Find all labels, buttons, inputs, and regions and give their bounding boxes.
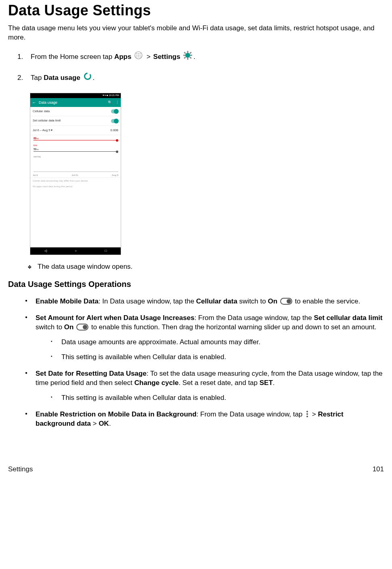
- svg-point-4: [136, 55, 137, 56]
- operation-set-alert: Set Amount for Alert when Data Usage Inc…: [25, 314, 384, 362]
- separator: >: [93, 420, 97, 427]
- note-text: No apps used data during this period.: [30, 184, 121, 189]
- body-text: to enable the service.: [293, 297, 360, 305]
- body-text: switch to: [36, 323, 64, 331]
- overflow-icon: ⋮: [115, 100, 119, 105]
- svg-rect-12: [187, 58, 189, 60]
- nav-home-icon: ○: [75, 249, 77, 253]
- svg-point-6: [140, 55, 140, 56]
- data-usage-icon: [84, 72, 92, 83]
- ui-label: SET: [260, 379, 273, 387]
- operation-title: Enable Mobile Data: [36, 297, 99, 305]
- nav-back-icon: ◁: [44, 249, 47, 253]
- body-text: to enable this function. Then drag the h…: [89, 323, 376, 331]
- cellular-data-row: Cellular data: [30, 107, 121, 116]
- status-bar: ♥ ▾ ■ 10:21 PM: [30, 93, 121, 98]
- svg-rect-13: [183, 55, 185, 56]
- axis-label: Jul 21: [71, 174, 78, 177]
- period: .: [109, 420, 111, 427]
- sub-list: Data usage amounts are approximate. Actu…: [51, 338, 384, 362]
- ui-label: On: [268, 297, 277, 305]
- section-heading: Data Usage Settings Operations: [8, 279, 384, 290]
- footer-page-number: 101: [373, 465, 384, 474]
- svg-rect-17: [184, 57, 187, 59]
- range-value: 0.00B: [110, 128, 118, 132]
- nav-bar: ◁ ○ □: [30, 247, 121, 255]
- note-text: Carrier data accounting may differ from …: [30, 178, 121, 184]
- separator: >: [312, 410, 316, 418]
- operations-list: Enable Mobile Data: In Data usage window…: [25, 297, 384, 428]
- slider-handle: [116, 139, 118, 142]
- svg-point-10: [185, 53, 190, 58]
- svg-rect-11: [187, 51, 189, 53]
- operation-reset-date: Set Date for Resetting Data Usage: To se…: [25, 369, 384, 403]
- operation-title: Set Date for Resetting Data Usage: [36, 370, 147, 377]
- screenshot-title: Data usage: [39, 100, 57, 105]
- slider-label: warning: [34, 155, 118, 158]
- apps-icon: [134, 51, 143, 62]
- step-text: Tap: [31, 74, 44, 82]
- slider-label: limit: [34, 144, 118, 147]
- period: .: [273, 379, 275, 387]
- back-icon: ←: [32, 100, 36, 106]
- axis-label: Aug 5: [112, 174, 118, 177]
- slider-area: 60GB limit 50GB warning: [30, 135, 121, 173]
- svg-point-7: [136, 56, 137, 57]
- ui-label: On: [64, 323, 74, 331]
- period: .: [193, 53, 195, 61]
- slider-unit: GB: [36, 149, 39, 151]
- period: .: [93, 74, 95, 82]
- svg-rect-15: [184, 52, 187, 54]
- nav-recent-icon: □: [105, 249, 107, 253]
- ui-label: OK: [99, 420, 109, 427]
- range-label: Jul 6 – Aug 5: [33, 128, 50, 132]
- row-label: Set cellular data limit: [33, 119, 61, 123]
- step-1: From the Home screen tap Apps > Settings…: [25, 51, 384, 63]
- result-item: The data usage window opens.: [37, 262, 384, 272]
- phone-screenshot: ♥ ▾ ■ 10:21 PM ← Data usage 🔍 ⋮ Cellular…: [30, 93, 121, 255]
- overflow-menu-icon: [305, 410, 309, 418]
- operation-restrict-bg: Enable Restriction on Mobile Data in Bac…: [25, 410, 384, 429]
- status-time: 10:21 PM: [109, 94, 119, 96]
- page-title: Data Usage Settings: [8, 1, 384, 21]
- operation-title: Set Amount for Alert when Data Usage Inc…: [36, 314, 195, 322]
- body-text: : From the Data usage window, tap: [197, 410, 304, 418]
- sub-item: This setting is available when Cellular …: [51, 393, 384, 403]
- settings-icon: [183, 51, 192, 63]
- ui-label: Set cellular data limit: [314, 314, 382, 322]
- page-footer: Settings 101: [8, 465, 384, 478]
- ui-label: Change cycle: [134, 379, 179, 387]
- slider-unit: GB: [36, 138, 39, 140]
- toggle-icon: [111, 109, 118, 113]
- data-usage-label: Data usage: [44, 74, 80, 82]
- sub-item: Data usage amounts are approximate. Actu…: [51, 338, 384, 347]
- row-label: Cellular data: [33, 109, 50, 113]
- svg-rect-14: [190, 55, 192, 56]
- slider-handle: [116, 151, 118, 153]
- svg-rect-18: [190, 52, 192, 54]
- svg-point-1: [136, 53, 137, 54]
- footer-section: Settings: [8, 465, 33, 474]
- intro-paragraph: The data usage menu lets you view your t…: [8, 24, 384, 42]
- svg-point-3: [140, 53, 140, 54]
- date-range-row: Jul 6 – Aug 5 ▾ 0.00B: [30, 126, 121, 135]
- separator: >: [147, 53, 151, 61]
- svg-point-2: [138, 53, 139, 54]
- svg-point-19: [84, 72, 92, 80]
- dropdown-icon: ▾: [51, 128, 52, 132]
- axis-label: Jul 6: [33, 174, 38, 177]
- step-2: Tap Data usage .: [25, 72, 384, 84]
- search-icon: 🔍: [108, 100, 112, 105]
- body-text: . Set a reset date, and tap: [178, 379, 259, 387]
- sub-item: This setting is available when Cellular …: [51, 353, 384, 362]
- apps-label: Apps: [114, 53, 132, 61]
- ui-label: Cellular data: [196, 297, 237, 305]
- result-list: The data usage window opens.: [37, 262, 384, 272]
- toggle-on-icon: [280, 298, 292, 305]
- svg-point-9: [140, 56, 140, 57]
- operation-title: Enable Restriction on Mobile Data in Bac…: [36, 410, 197, 418]
- body-text: switch to: [237, 297, 268, 305]
- step-text: From the Home screen tap: [31, 53, 114, 61]
- svg-point-8: [138, 56, 139, 57]
- body-text: : From the Data usage window, tap the: [195, 314, 314, 322]
